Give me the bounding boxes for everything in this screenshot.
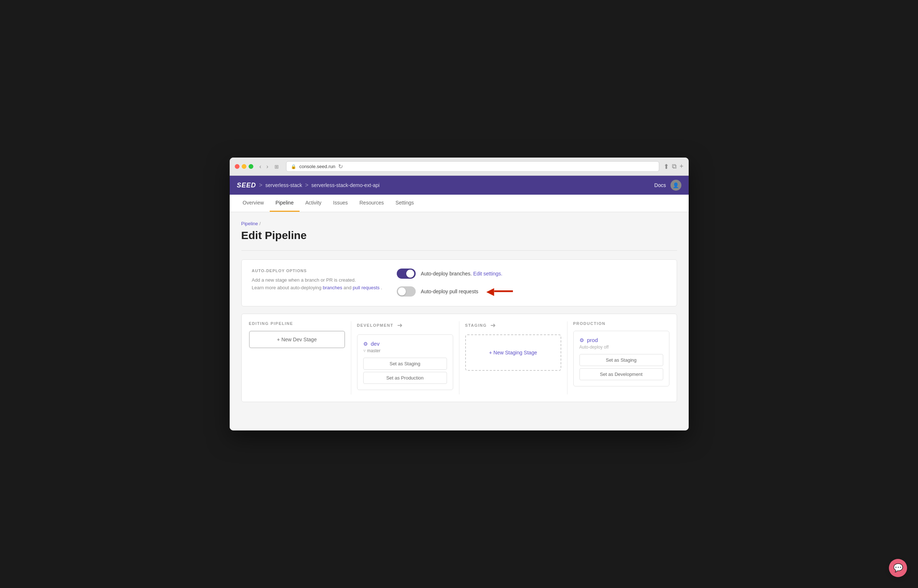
auto-deploy-desc-1: Add a new stage when a branch or PR is c…: [252, 277, 356, 283]
share-button[interactable]: ⬆: [664, 163, 669, 171]
options-left: AUTO-DEPLOY OPTIONS Add a new stage when…: [252, 268, 383, 292]
toggle-pr[interactable]: [397, 286, 416, 297]
app-header-left: SEED > serverless-stack > serverless-sta…: [237, 182, 380, 189]
app-header: SEED > serverless-stack > serverless-sta…: [230, 176, 688, 195]
dev-stage-name: ⚙ dev: [363, 341, 447, 347]
col-header-staging: STAGING ➜: [465, 321, 561, 329]
tab-resources[interactable]: Resources: [354, 195, 390, 212]
reload-button[interactable]: ↻: [338, 163, 343, 170]
period: .: [381, 285, 382, 290]
pipeline-column-development: DEVELOPMENT ➜ ⚙ dev ⑂ master Set as Stag…: [351, 321, 459, 394]
staging-arrow-icon: ➜: [490, 321, 496, 329]
col-title-production: PRODUCTION: [573, 321, 606, 326]
branches-link[interactable]: branches: [323, 285, 342, 290]
col-header-editing: EDITING PIPELINE: [249, 321, 345, 326]
prod-set-staging-button[interactable]: Set as Staging: [580, 354, 663, 366]
pipeline-grid: EDITING PIPELINE + New Dev Stage DEVELOP…: [241, 313, 677, 402]
back-button[interactable]: ‹: [258, 162, 263, 171]
dev-stage-actions: Set as Staging Set as Production: [363, 358, 447, 384]
prod-gear-icon: ⚙: [580, 337, 584, 343]
breadcrumb: Pipeline /: [241, 221, 677, 226]
tab-pipeline[interactable]: Pipeline: [270, 195, 299, 212]
traffic-light-yellow[interactable]: [242, 164, 246, 169]
prod-set-development-button[interactable]: Set as Development: [580, 368, 663, 380]
edit-settings-link[interactable]: Edit settings.: [473, 271, 502, 276]
toggle-branches-track: [397, 268, 416, 279]
seed-logo[interactable]: SEED: [237, 182, 256, 189]
pipeline-column-production: PRODUCTION ⚙ prod Auto-deploy off Set as…: [567, 321, 669, 394]
pipeline-column-staging: STAGING ➜ + New Staging Stage: [459, 321, 567, 394]
browser-chrome: ‹ › ⊞ 🔒 console.seed.run ↻ ⬆ ⧉ +: [230, 158, 688, 176]
traffic-light-green[interactable]: [249, 164, 253, 169]
toggle-branches-thumb: [406, 270, 414, 278]
breadcrumb-org[interactable]: serverless-stack: [265, 182, 302, 188]
traffic-light-red[interactable]: [235, 164, 239, 169]
dev-stage-name-text[interactable]: dev: [371, 341, 380, 347]
breadcrumb-pipeline-link[interactable]: Pipeline: [241, 221, 258, 226]
breadcrumb-sep: /: [259, 221, 260, 226]
chat-icon: 💬: [893, 563, 903, 573]
dev-stage-branch-text: master: [367, 348, 381, 353]
auto-deploy-title: AUTO-DEPLOY OPTIONS: [252, 268, 383, 273]
dev-gear-icon: ⚙: [363, 341, 368, 347]
tab-issues[interactable]: Issues: [327, 195, 354, 212]
url-text: console.seed.run: [299, 164, 335, 169]
dev-arrow-icon: ➜: [397, 321, 402, 329]
nav-buttons: ‹ › ⊞: [258, 162, 282, 171]
prod-stage-actions: Set as Staging Set as Development: [580, 354, 663, 380]
col-title-editing: EDITING PIPELINE: [249, 321, 293, 326]
toggle-pr-label: Auto-deploy pull requests: [421, 289, 478, 294]
and-text: and: [344, 285, 352, 290]
page-title: Edit Pipeline: [241, 229, 677, 242]
pipeline-column-editing: EDITING PIPELINE + New Dev Stage: [249, 321, 351, 394]
app-header-right: Docs 👤: [655, 180, 681, 191]
lock-icon: 🔒: [291, 164, 296, 169]
breadcrumb-separator-2: >: [305, 182, 308, 189]
breadcrumb-app[interactable]: serverless-stack-demo-ext-api: [311, 182, 380, 188]
nav-tabs: Overview Pipeline Activity Issues Resour…: [230, 195, 688, 212]
page-content: Pipeline / Edit Pipeline AUTO-DEPLOY OPT…: [230, 212, 688, 430]
toggle-pr-track: [397, 286, 416, 297]
toggle-branches[interactable]: [397, 268, 416, 279]
col-header-production: PRODUCTION: [573, 321, 669, 326]
dev-stage-branch: ⑂ master: [363, 348, 447, 353]
dev-set-production-button[interactable]: Set as Production: [363, 372, 447, 384]
new-staging-stage-button[interactable]: + New Staging Stage: [465, 334, 561, 371]
duplicate-button[interactable]: ⧉: [672, 163, 677, 170]
toggle-branches-text: Auto-deploy branches.: [421, 271, 472, 276]
add-tab-button[interactable]: +: [680, 163, 684, 170]
prod-stage-name: ⚙ prod: [580, 337, 663, 343]
address-bar[interactable]: 🔒 console.seed.run ↻: [286, 161, 659, 172]
tab-settings[interactable]: Settings: [390, 195, 420, 212]
options-right: Auto-deploy branches. Edit settings. Aut…: [397, 268, 666, 297]
traffic-lights: [235, 164, 253, 169]
branch-icon: ⑂: [363, 349, 366, 353]
toggle-row-pr: Auto-deploy pull requests ◀━━━: [397, 285, 666, 297]
auto-deploy-desc: Add a new stage when a branch or PR is c…: [252, 276, 383, 292]
prod-stage-card: ⚙ prod Auto-deploy off Set as Staging Se…: [573, 331, 669, 386]
toggle-branches-label: Auto-deploy branches. Edit settings.: [421, 271, 502, 276]
toggle-pr-thumb: [398, 288, 406, 296]
docs-link[interactable]: Docs: [655, 182, 666, 188]
prod-stage-name-text[interactable]: prod: [587, 337, 598, 343]
auto-deploy-desc-2: Learn more about auto-deploying: [252, 285, 322, 290]
col-header-development: DEVELOPMENT ➜: [357, 321, 453, 329]
col-title-staging: STAGING: [465, 323, 487, 328]
red-arrow-icon: ◀━━━: [486, 285, 513, 297]
auto-deploy-card: AUTO-DEPLOY OPTIONS Add a new stage when…: [241, 259, 677, 306]
avatar[interactable]: 👤: [671, 180, 681, 191]
pull-requests-link[interactable]: pull requests: [353, 285, 380, 290]
divider: [241, 250, 677, 251]
dev-set-staging-button[interactable]: Set as Staging: [363, 358, 447, 370]
new-dev-stage-button[interactable]: + New Dev Stage: [249, 331, 345, 348]
dev-stage-card: ⚙ dev ⑂ master Set as Staging Set as Pro…: [357, 334, 453, 390]
prod-stage-autodeploy: Auto-deploy off: [580, 344, 663, 350]
browser-actions: ⬆ ⧉ +: [664, 163, 684, 171]
forward-button[interactable]: ›: [265, 162, 270, 171]
tab-activity[interactable]: Activity: [299, 195, 327, 212]
col-title-development: DEVELOPMENT: [357, 323, 393, 328]
chat-button[interactable]: 💬: [889, 559, 907, 577]
breadcrumb-separator-1: >: [259, 182, 262, 189]
tab-overview[interactable]: Overview: [237, 195, 270, 212]
tab-button[interactable]: ⊞: [272, 162, 282, 171]
